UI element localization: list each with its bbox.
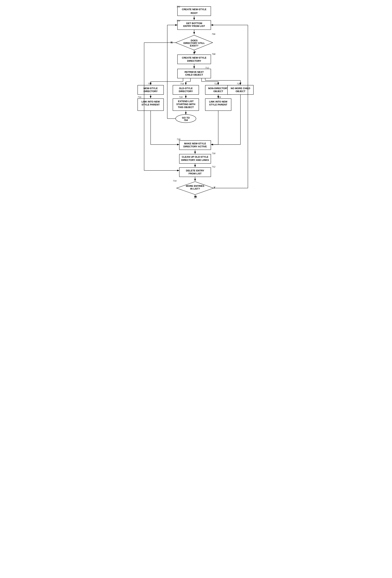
node-goto704-text2: 704 [184, 119, 188, 122]
node-734-text2: IN LIST? [190, 187, 200, 190]
node-720-text2: STARTING WITH [176, 103, 195, 106]
node-732-text2: FROM LIST [189, 172, 202, 175]
node-706-text: DOES [191, 39, 198, 42]
node-718-text: OLD-STYLE [179, 87, 193, 90]
node-702-text2: ROOT [191, 12, 198, 14]
flowchart-diagram: CREATE NEW-STYLE ROOT 702 GET BOTTOM ENT… [133, 4, 259, 198]
node-704-text2: ENTRY FROM LIST [183, 25, 205, 27]
node-712-text2: CHILD OBJECT [185, 73, 203, 76]
node-732-text: DELETE ENTRY [186, 169, 204, 172]
706-y-label: Y [194, 50, 196, 53]
node-718-text2: DIRECTORY [179, 90, 193, 93]
label-708: 708 [212, 53, 216, 55]
label-730: 730 [212, 152, 216, 155]
node-708-text2: DIRECTORY [187, 59, 201, 62]
node-726-text2: OBJECT [236, 90, 245, 93]
label-716: 716 [138, 96, 141, 98]
node-link2-text: LINK INTO NEW [209, 100, 227, 103]
node-712-text: RETRIEVE NEXT [184, 71, 204, 73]
node-706-text2: DIRECTORY STILL [183, 42, 205, 45]
label-724: 724 [217, 96, 221, 98]
node-714-text: NEW-STYLE [144, 87, 158, 90]
node-726-text: NO MORE CHILD [231, 87, 250, 90]
node-708-text: CREATE NEW-STYLE [182, 56, 207, 59]
node-708 [177, 55, 211, 64]
label-718: 718 [180, 82, 184, 85]
node-728-text: MAKE NEW-STYLE [184, 142, 206, 145]
node-734-text: MORE ENTRIES [186, 185, 204, 187]
node-722-text2: OBJECT [214, 90, 223, 93]
node-722-text: NON-DIRECTORY [208, 87, 228, 90]
node-720-text3: THIS OBJECT [178, 106, 194, 109]
label-720: 720 [179, 96, 183, 98]
label-704: 704 [176, 19, 180, 22]
node-704-text: GET BOTTOM [186, 22, 202, 25]
label-702: 702 [176, 5, 180, 8]
node-714-text2: DIRECTORY [144, 90, 158, 93]
label-728: 728 [177, 138, 180, 141]
node-730-text: CLEAN UP OLD-STYLE [182, 155, 208, 158]
node-720-text: EXTEND LIST [178, 100, 194, 103]
node-730-text2: DIRECTORY AND LINKS [181, 159, 209, 161]
label-714: 714 [148, 82, 152, 85]
node-link2-text2: STYLE PARENT [209, 103, 227, 106]
label-734: 734 [173, 179, 176, 182]
node-706-text3: EXIST? [190, 44, 198, 47]
706-n-label: N [171, 41, 173, 44]
734-y-label: Y [214, 186, 216, 189]
label-726: 726 [237, 82, 240, 85]
label-722: 722 [214, 82, 218, 85]
label-732: 732 [212, 165, 216, 168]
node-728-text2: DIRECTORY ACTIVE [183, 145, 207, 148]
node-702-text: CREATE NEW-STYLE [182, 8, 207, 11]
label-712: 712 [205, 66, 209, 69]
label-706: 706 [212, 33, 216, 35]
734-n-label: N [195, 195, 197, 198]
